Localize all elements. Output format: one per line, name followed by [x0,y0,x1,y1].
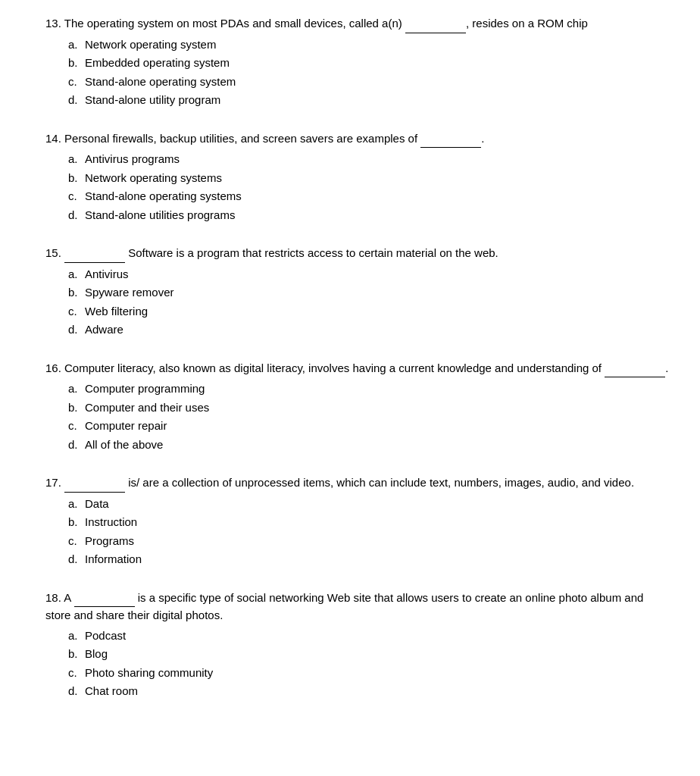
question-number: 14. [45,132,64,145]
choice-label: b. [68,646,85,663]
choice-label: c. [68,74,85,91]
choice-item: d.Adware [68,321,677,339]
choice-text: Stand-alone operating system [85,74,236,91]
questions-container: 13. The operating system on most PDAs an… [23,15,677,700]
choice-text: Spyware remover [85,284,174,302]
choices-14: a.Antivirus programsb.Network operating … [23,151,677,224]
choices-16: a.Computer programmingb.Computer and the… [23,380,677,453]
choice-item: a.Podcast [68,627,677,645]
choice-label: a. [68,496,85,513]
question-text-16: 16. Computer literacy, also known as dig… [45,360,670,378]
choices-13: a.Network operating systemb.Embedded ope… [23,36,677,109]
choice-item: c.Stand-alone operating system [68,74,677,91]
choice-label: b. [68,170,85,187]
blank-18 [74,590,135,608]
question-text-17: 17. is/ are a collection of unprocessed … [45,474,670,493]
choice-text: Chat room [85,683,138,700]
question-number: 13. [45,17,64,30]
choice-item: b.Blog [68,646,677,663]
choice-label: a. [68,36,85,54]
question-text-after-14: . [481,132,484,145]
choice-text: Computer repair [85,418,167,435]
choice-text: Stand-alone operating systems [85,188,242,205]
choice-label: a. [68,151,85,168]
choice-item: a.Antivirus programs [68,151,677,168]
choice-label: a. [68,627,85,645]
choice-text: Stand-alone utility program [85,92,220,109]
question-text-before-18: A [64,591,73,604]
choice-text: Network operating system [85,36,216,54]
choice-item: b.Embedded operating system [68,55,677,72]
choice-item: d.Stand-alone utilities programs [68,207,677,224]
choice-text: Adware [85,321,123,339]
choice-text: Web filtering [85,303,148,321]
question-text-13: 13. The operating system on most PDAs an… [45,15,670,33]
choice-item: b.Spyware remover [68,284,677,302]
choices-15: a.Antivirusb.Spyware removerc.Web filter… [23,266,677,339]
choice-label: c. [68,303,85,321]
choice-text: Antivirus [85,266,129,283]
choice-text: Instruction [85,514,137,531]
question-text-after-16: . [665,361,668,374]
question-block-18: 18. A is a specific type of social netwo… [23,590,677,700]
choice-item: b.Instruction [68,514,677,531]
choice-item: a.Network operating system [68,36,677,54]
choice-item: d.Stand-alone utility program [68,92,677,109]
choice-text: Blog [85,646,108,663]
choice-label: c. [68,188,85,205]
choice-item: c.Stand-alone operating systems [68,188,677,205]
choice-item: d.All of the above [68,436,677,454]
question-text-14: 14. Personal firewalls, backup utilities… [45,130,670,149]
question-block-14: 14. Personal firewalls, backup utilities… [23,130,677,224]
question-text-before-16: Computer literacy, also known as digital… [64,361,605,374]
choice-label: c. [68,418,85,435]
choice-text: Podcast [85,627,126,645]
choice-item: d.Chat room [68,683,677,700]
choice-label: d. [68,92,85,109]
blank-17 [64,474,125,493]
choice-label: b. [68,514,85,531]
choice-item: a.Computer programming [68,380,677,398]
question-block-17: 17. is/ are a collection of unprocessed … [23,474,677,568]
choice-text: Programs [85,533,134,550]
choice-label: c. [68,665,85,682]
question-text-after-17: is/ are a collection of unprocessed item… [125,476,634,489]
choice-item: c.Programs [68,533,677,550]
choice-item: d.Information [68,551,677,568]
question-number: 16. [45,361,64,374]
choice-text: Network operating systems [85,170,222,187]
choice-text: Information [85,551,142,568]
choice-item: a.Data [68,496,677,513]
blank-16 [605,360,665,378]
question-block-15: 15. Software is a program that restricts… [23,245,677,339]
choices-18: a.Podcastb.Blogc.Photo sharing community… [23,627,677,700]
choice-text: Antivirus programs [85,151,180,168]
choice-label: d. [68,436,85,454]
choice-label: c. [68,533,85,550]
blank-15 [64,245,125,263]
choice-text: Computer programming [85,380,205,398]
choice-label: d. [68,551,85,568]
question-text-15: 15. Software is a program that restricts… [45,245,670,263]
choice-text: Computer and their uses [85,399,209,417]
choice-item: a.Antivirus [68,266,677,283]
choice-text: Embedded operating system [85,55,230,72]
question-text-before-14: Personal firewalls, backup utilities, an… [64,132,420,145]
choice-label: d. [68,321,85,339]
choice-label: d. [68,207,85,224]
question-number: 17. [45,476,64,489]
blank-13 [405,15,466,33]
blank-14 [420,130,481,149]
choice-label: a. [68,380,85,398]
question-text-18: 18. A is a specific type of social netwo… [45,590,670,624]
choice-label: d. [68,683,85,700]
choice-label: b. [68,55,85,72]
choice-item: c.Web filtering [68,303,677,321]
choice-text: Stand-alone utilities programs [85,207,235,224]
choice-label: b. [68,284,85,302]
question-text-after-15: Software is a program that restricts acc… [125,246,498,259]
question-number: 18. [45,591,64,604]
choice-text: Data [85,496,109,513]
choice-item: c.Computer repair [68,418,677,435]
choice-item: b.Computer and their uses [68,399,677,417]
